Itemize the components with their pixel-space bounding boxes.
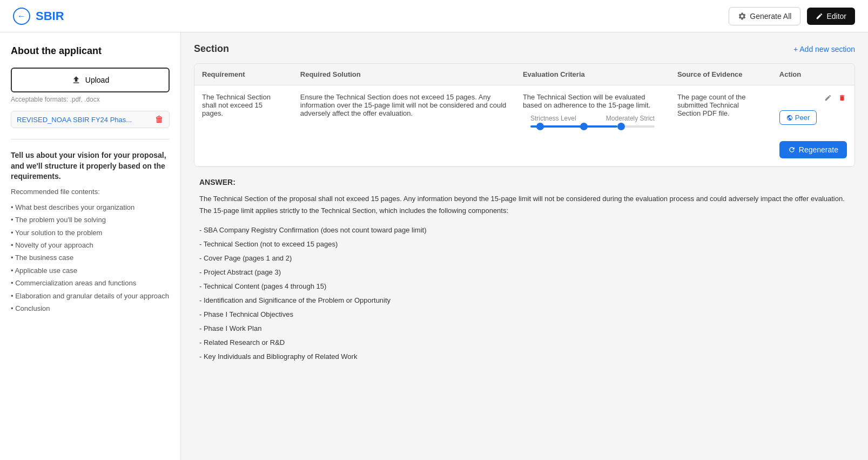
trash-icon [838, 94, 846, 102]
vision-list-item: • The problem you'll be solving [11, 214, 170, 226]
pencil-icon [816, 12, 823, 20]
vision-list: • What best describes your organization•… [11, 201, 170, 315]
requirements-table: Requirement Required Solution Evaluation… [194, 64, 854, 166]
cell-evaluation-criteria: The Technical Section will be evaluated … [515, 85, 670, 166]
sidebar-title: About the applicant [11, 45, 170, 57]
answer-section: ANSWER: The Technical Section of the pro… [194, 178, 855, 364]
answer-label: ANSWER: [199, 178, 850, 186]
vision-list-item: • Conclusion [11, 302, 170, 315]
vision-list-item: • Your solution to the problem [11, 226, 170, 239]
delete-button[interactable] [837, 93, 847, 105]
nav-left: ← SBIR [13, 8, 64, 25]
table-header: Requirement Required Solution Evaluation… [194, 64, 854, 85]
add-section-button[interactable]: + Add new section [793, 45, 855, 54]
cell-source-of-evidence: The page count of the submitted Technica… [670, 85, 772, 166]
answer-list-item: - Key Individuals and Bibliography of Re… [199, 350, 850, 364]
cell-required-solution: Ensure the Technical Section does not ex… [293, 85, 515, 166]
generate-all-button[interactable]: Generate All [729, 7, 800, 25]
vision-title: Tell us about your vision for your propo… [11, 150, 170, 182]
answer-list-item: - Technical Content (pages 4 through 15) [199, 279, 850, 294]
answer-list-item: - Project Abstract (page 3) [199, 265, 850, 279]
back-button[interactable]: ← [13, 8, 30, 25]
content-area: Section + Add new section Requirement Re… [181, 32, 868, 460]
sidebar: About the applicant Upload Acceptable fo… [0, 32, 181, 460]
col-evaluation-criteria: Evaluation Criteria [515, 64, 670, 85]
file-delete-icon[interactable]: 🗑 [155, 115, 164, 124]
action-icons [779, 93, 847, 105]
file-chip: REVISED_NOAA SBIR FY24 Phas... 🗑 [11, 111, 170, 128]
editor-button[interactable]: Editor [807, 8, 855, 25]
requirements-table-card: Requirement Required Solution Evaluation… [194, 63, 855, 167]
table-body: The Technical Section shall not exceed 1… [194, 85, 854, 166]
col-source-of-evidence: Source of Evidence [670, 64, 772, 85]
eval-criteria-text: The Technical Section will be evaluated … [523, 93, 662, 109]
section-title: Section [194, 43, 229, 55]
answer-list-item: - Cover Page (pages 1 and 2) [199, 251, 850, 265]
answer-list: - SBA Company Registry Confirmation (doe… [199, 223, 850, 364]
main-layout: About the applicant Upload Acceptable fo… [0, 32, 868, 460]
strictness-label-row: Strictness Level Moderately Strict [530, 115, 655, 122]
table-header-row: Requirement Required Solution Evaluation… [194, 64, 854, 85]
generate-all-label: Generate All [750, 12, 791, 21]
regenerate-label: Regenerate [799, 145, 838, 154]
brand-logo: SBIR [36, 9, 64, 23]
answer-list-item: - Technical Section (not to exceed 15 pa… [199, 237, 850, 251]
peer-button[interactable]: Peer [779, 110, 817, 125]
answer-list-item: - Phase I Technical Objectives [199, 308, 850, 322]
strictness-value-label: Moderately Strict [606, 115, 655, 122]
vision-list-item: • Elaboration and granular details of yo… [11, 290, 170, 302]
vision-list-item: • What best describes your organization [11, 201, 170, 214]
cell-action: Peer Regenerate [772, 85, 854, 166]
vision-list-item: • The business case [11, 251, 170, 264]
col-requirement: Requirement [194, 64, 293, 85]
upload-button[interactable]: Upload [11, 68, 170, 92]
regenerate-icon [788, 146, 796, 154]
peer-label: Peer [795, 114, 810, 122]
cell-requirement: The Technical Section shall not exceed 1… [194, 85, 293, 166]
col-required-solution: Required Solution [293, 64, 515, 85]
strictness-slider-track[interactable] [530, 125, 655, 128]
answer-list-item: - Identification and Significance of the… [199, 294, 850, 308]
slider-thumb-1[interactable] [536, 123, 544, 130]
col-action: Action [772, 64, 854, 85]
nav-right: Generate All Editor [729, 7, 855, 25]
upload-hint: Acceptable formats: .pdf, .docx [11, 96, 170, 103]
regenerate-button[interactable]: Regenerate [779, 141, 847, 158]
editor-label: Editor [826, 12, 846, 21]
slider-thumb-3[interactable] [617, 123, 625, 130]
vision-list-item: • Applicable use case [11, 264, 170, 277]
upload-label: Upload [85, 76, 109, 84]
navbar: ← SBIR Generate All Editor [0, 0, 868, 32]
vision-list-item: • Novelty of your approach [11, 239, 170, 251]
gear-icon [738, 12, 746, 21]
strictness-level-label: Strictness Level [530, 115, 576, 122]
strictness-section: Strictness Level Moderately Strict [523, 109, 662, 135]
sidebar-divider [11, 139, 170, 139]
edit-icon [824, 94, 832, 102]
file-chip-name: REVISED_NOAA SBIR FY24 Phas... [17, 116, 152, 124]
upload-icon [71, 75, 81, 85]
table-row: The Technical Section shall not exceed 1… [194, 85, 854, 166]
edit-button[interactable] [823, 93, 833, 105]
peer-icon [786, 115, 793, 121]
answer-list-item: - Phase I Work Plan [199, 322, 850, 336]
answer-list-item: - SBA Company Registry Confirmation (doe… [199, 223, 850, 237]
recommended-label: Recommended file contents: [11, 188, 170, 196]
vision-list-item: • Commercialization areas and functions [11, 277, 170, 289]
section-header: Section + Add new section [194, 43, 855, 55]
back-icon: ← [17, 11, 26, 21]
slider-thumb-2[interactable] [580, 123, 588, 130]
answer-intro: The Technical Section of the proposal sh… [199, 193, 850, 217]
vision-box: Tell us about your vision for your propo… [11, 150, 170, 315]
answer-list-item: - Related Research or R&D [199, 336, 850, 350]
